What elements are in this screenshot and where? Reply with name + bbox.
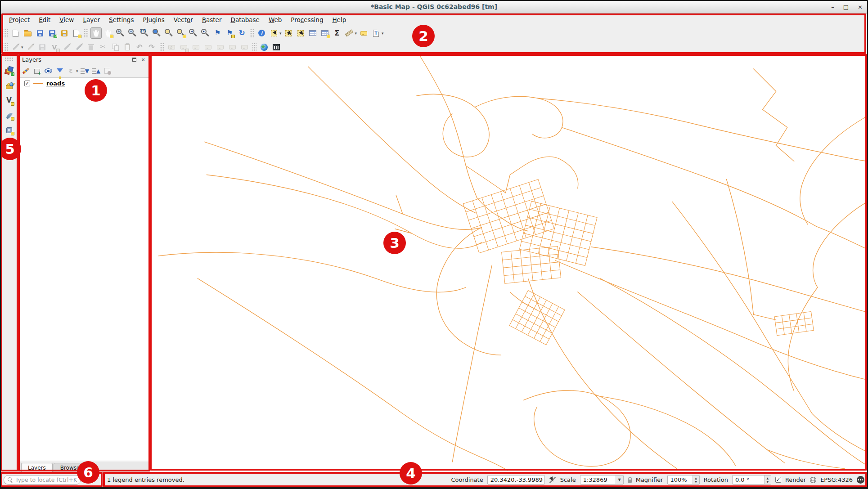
lock-scale-icon[interactable] (628, 480, 632, 483)
statistics-panel-button[interactable] (271, 41, 282, 53)
zoom-native-button[interactable]: 1:1 (139, 27, 150, 39)
panel-close-icon[interactable]: × (140, 56, 146, 63)
pan-to-selection-button[interactable] (103, 27, 114, 39)
menu-raster[interactable]: Raster (198, 14, 226, 25)
statistical-summary-button[interactable]: Σ (332, 27, 343, 39)
new-virtual-layer-button[interactable] (4, 125, 15, 136)
modify-attributes-button[interactable] (73, 41, 85, 53)
panel-tab-browser[interactable]: Browser (54, 463, 89, 472)
menu-project[interactable]: Project (4, 14, 34, 25)
new-shapefile-layer-button[interactable] (4, 110, 15, 121)
redo-button[interactable]: ↷ (146, 41, 157, 53)
metasearch-button[interactable] (259, 41, 270, 53)
measure-button-dropdown[interactable]: ▾ (355, 31, 357, 36)
new-print-layout-button[interactable] (71, 27, 82, 39)
vertex-tool-button[interactable] (61, 41, 72, 53)
locator-input[interactable] (15, 476, 77, 483)
render-checkbox[interactable]: ✓ (775, 477, 781, 483)
menu-settings[interactable]: Settings (104, 14, 138, 25)
layer-diagram-button[interactable] (178, 41, 189, 53)
rotation-spinner[interactable]: 0.0 ° ▲▼ (732, 475, 771, 485)
menu-vector[interactable]: Vector (169, 14, 198, 25)
move-label-button[interactable] (215, 41, 226, 53)
menu-layer[interactable]: Layer (78, 14, 104, 25)
change-label-button[interactable] (239, 41, 250, 53)
current-edits-button-dropdown[interactable]: ▾ (21, 45, 23, 49)
locator-search[interactable] (4, 475, 81, 485)
highlight-labels-button[interactable] (202, 41, 214, 53)
expand-all-button[interactable]: ▼ (80, 66, 90, 76)
map-tips-button[interactable] (358, 27, 369, 39)
save-layer-edits-button[interactable] (37, 41, 48, 53)
add-vector-layer-button[interactable]: V (4, 95, 15, 106)
show-bookmarks-button[interactable]: ⚑ (224, 27, 235, 39)
undo-button[interactable]: ↶ (134, 41, 145, 53)
new-project-button[interactable] (10, 27, 21, 39)
open-attribute-table-button[interactable] (307, 27, 319, 39)
save-project-button[interactable] (34, 27, 45, 39)
manage-map-themes-button[interactable] (43, 66, 54, 76)
collapse-all-button[interactable]: ▲ (91, 66, 101, 76)
refresh-map-button[interactable]: ↻ (236, 27, 247, 39)
filter-legend-button[interactable] (54, 66, 65, 76)
deselect-features-button[interactable]: × (295, 27, 306, 39)
toggle-editing-button[interactable] (25, 41, 36, 53)
maximize-button[interactable]: □ (843, 4, 849, 10)
menu-view[interactable]: View (55, 14, 78, 25)
menu-edit[interactable]: Edit (34, 14, 55, 25)
select-features-button-dropdown[interactable]: ▾ (279, 31, 282, 36)
layer-row-roads[interactable]: ✓ roads (20, 78, 148, 88)
rotate-label-button[interactable] (227, 41, 238, 53)
crs-globe-icon[interactable] (810, 477, 816, 483)
rotation-spin-arrows[interactable]: ▲▼ (764, 476, 771, 484)
rotation-value[interactable]: 0.0 ° (733, 476, 764, 484)
identify-features-button[interactable]: i (256, 27, 267, 39)
scale-dropdown-icon[interactable]: ▼ (616, 476, 623, 484)
open-project-button[interactable] (22, 27, 33, 39)
field-calculator-button[interactable] (319, 27, 331, 39)
toggle-extents-icon[interactable] (549, 476, 556, 484)
zoom-next-button[interactable]: ▸ (200, 27, 211, 39)
messages-icon[interactable] (857, 476, 864, 484)
filter-by-expression-button[interactable]: ε (66, 66, 76, 76)
delete-selected-button[interactable] (85, 41, 97, 53)
zoom-last-button[interactable]: ◂ (188, 27, 199, 39)
cut-features-button[interactable]: ✂ (98, 41, 109, 53)
pan-map-button[interactable] (90, 27, 102, 39)
pin-labels-button[interactable] (190, 41, 202, 53)
minimize-button[interactable]: – (831, 4, 834, 10)
scale-combobox[interactable]: 1:32869 ▼ (580, 475, 624, 485)
measure-button[interactable] (344, 27, 355, 39)
magnifier-spin-arrows[interactable]: ▲▼ (693, 476, 699, 484)
current-edits-button[interactable] (10, 41, 21, 53)
add-feature-button[interactable]: V (49, 41, 60, 53)
add-group-button[interactable] (32, 66, 42, 76)
copy-features-button[interactable] (110, 41, 121, 53)
save-as-template-button[interactable] (58, 27, 70, 39)
panel-tab-layers[interactable]: Layers (21, 463, 53, 472)
filter-by-expression-button-dropdown[interactable]: ▾ (76, 69, 78, 73)
text-annotation-button[interactable]: T (370, 27, 382, 39)
new-bookmark-button[interactable]: ⚑ (212, 27, 223, 39)
zoom-to-layer-button[interactable] (175, 27, 187, 39)
panel-float-icon[interactable] (131, 56, 137, 63)
coordinate-input[interactable]: 20.3420,-33.9989 (487, 475, 545, 485)
layer-visibility-checkbox[interactable]: ✓ (24, 81, 30, 86)
add-wms-layer-button[interactable] (4, 80, 15, 91)
menu-processing[interactable]: Processing (286, 14, 328, 25)
text-annotation-button-dropdown[interactable]: ▾ (382, 31, 384, 36)
close-button[interactable]: × (858, 4, 863, 10)
select-features-button[interactable] (268, 27, 279, 39)
open-layer-styling-button[interactable] (21, 66, 31, 76)
select-by-expression-button[interactable]: ε (283, 27, 294, 39)
open-data-source-manager-button[interactable] (4, 65, 15, 76)
magnifier-spinner[interactable]: 100% ▲▼ (667, 475, 700, 485)
zoom-out-button[interactable]: − (127, 27, 138, 39)
zoom-to-selection-button[interactable] (163, 27, 175, 39)
save-project-as-button[interactable] (46, 27, 58, 39)
menu-help[interactable]: Help (328, 14, 351, 25)
menu-web[interactable]: Web (264, 14, 286, 25)
remove-layer-button[interactable] (102, 66, 112, 76)
layer-labeling-button[interactable]: a (166, 41, 177, 53)
magnifier-value[interactable]: 100% (668, 476, 693, 484)
